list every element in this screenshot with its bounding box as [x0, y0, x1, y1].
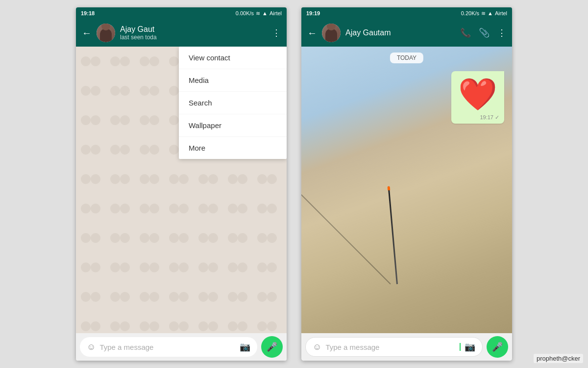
chat-header-left: ← Ajay Gaut last seen toda ⋮: [76, 19, 287, 47]
menu-item-wallpaper[interactable]: Wallpaper: [179, 114, 287, 137]
heart-emoji: ❤️: [458, 76, 497, 113]
message-time-value: 19:17: [480, 114, 493, 120]
phone-icon-right[interactable]: 📞: [460, 27, 471, 38]
text-cursor: [460, 343, 461, 351]
wifi-icon-right: ≋: [481, 10, 486, 17]
network-speed-right: 0.20K/s: [461, 10, 479, 16]
input-bar-left: ☺ Type a message 📷 🎤: [76, 333, 287, 361]
menu-item-view-contact[interactable]: View contact: [179, 47, 287, 69]
message-time: 19:17 ✓: [480, 114, 499, 121]
more-icon-left[interactable]: ⋮: [272, 27, 281, 38]
avatar-left: [97, 24, 115, 42]
avatar-head: [101, 24, 110, 30]
message-bubble: ❤️ 19:17 ✓: [451, 71, 504, 124]
input-bar-right: ☺ Type a message 📷 🎤: [301, 333, 512, 361]
chat-area-right: TODAY ❤️ 19:17 ✓: [301, 47, 512, 333]
status-time-right: 19:19: [306, 10, 320, 16]
header-icons-right: 📞 📎 ⋮: [460, 27, 506, 38]
watermark: propheth@cker: [534, 354, 583, 363]
emoji-icon-left[interactable]: ☺: [87, 342, 96, 352]
avatar-right: [322, 24, 341, 42]
avatar-face-right: [322, 24, 341, 42]
camera-icon-right[interactable]: 📷: [465, 342, 475, 352]
mic-button-right[interactable]: 🎤: [487, 336, 508, 358]
carrier-left: Airtel: [270, 10, 282, 16]
right-phone: 19:19 0.20K/s ≋ ▲ Airtel ← Ajay Gautam 📞…: [301, 7, 512, 361]
signal-icon-right: ▲: [488, 10, 493, 16]
back-button-right[interactable]: ←: [307, 27, 317, 39]
chat-header-right: ← Ajay Gautam 📞 📎 ⋮: [301, 19, 512, 47]
menu-item-more[interactable]: More: [179, 137, 287, 159]
contact-info-right: Ajay Gautam: [345, 28, 455, 37]
avatar-face-left: [97, 24, 115, 42]
menu-item-media[interactable]: Media: [179, 69, 287, 92]
contact-name-left: Ajay Gaut: [120, 25, 267, 34]
contact-status-left: last seen toda: [120, 34, 267, 41]
attach-icon-right[interactable]: 📎: [479, 27, 490, 38]
network-speed-left: 0.00K/s: [236, 10, 254, 16]
dropdown-menu: View contact Media Search Wallpaper More: [179, 47, 287, 159]
contact-info-left: Ajay Gaut last seen toda: [120, 25, 267, 41]
menu-item-search[interactable]: Search: [179, 92, 287, 114]
today-badge: TODAY: [390, 53, 423, 63]
wifi-icon: ≋: [256, 10, 260, 17]
header-icons-left: ⋮: [272, 27, 281, 38]
message-tick: ✓: [495, 114, 499, 120]
emoji-icon-right[interactable]: ☺: [313, 342, 321, 352]
status-bar-left: 19:18 0.00K/s ≋ ▲ Airtel: [76, 7, 287, 19]
avatar-silhouette-right: [325, 28, 337, 42]
status-time-left: 19:18: [81, 10, 95, 16]
more-icon-right[interactable]: ⋮: [497, 27, 506, 38]
avatar-silhouette: [100, 28, 112, 42]
carrier-right: Airtel: [495, 10, 507, 16]
contact-name-right: Ajay Gautam: [345, 28, 455, 37]
input-field-left[interactable]: ☺ Type a message 📷: [80, 337, 257, 357]
input-placeholder-left: Type a message: [99, 343, 236, 351]
status-bar-right: 19:19 0.20K/s ≋ ▲ Airtel: [301, 7, 512, 19]
mic-icon-left: 🎤: [267, 342, 277, 352]
back-button-left[interactable]: ←: [82, 27, 92, 39]
input-field-right[interactable]: ☺ Type a message 📷: [305, 337, 483, 357]
left-phone: 19:18 0.00K/s ≋ ▲ Airtel ← Ajay Gaut las…: [76, 7, 287, 361]
mic-button-left[interactable]: 🎤: [261, 336, 283, 358]
mic-icon-right: 🎤: [492, 342, 503, 352]
status-right-right: 0.20K/s ≋ ▲ Airtel: [461, 10, 507, 17]
input-placeholder-right: Type a message: [325, 343, 455, 351]
camera-icon-left[interactable]: 📷: [240, 342, 250, 352]
matchstick-head: [387, 186, 390, 190]
signal-icon: ▲: [262, 10, 268, 16]
status-right-left: 0.00K/s ≋ ▲ Airtel: [236, 10, 282, 17]
avatar-head-right: [327, 24, 336, 30]
chat-area-left: View contact Media Search Wallpaper More: [76, 47, 287, 333]
